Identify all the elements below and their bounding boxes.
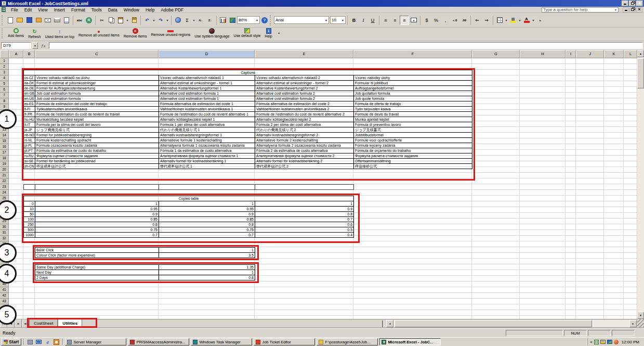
horizontal-scrollbar[interactable]: ◄ ► — [386, 320, 637, 327]
scroll-left-icon[interactable]: ◄ — [386, 320, 393, 327]
row-header-1[interactable]: 1 — [0, 58, 9, 64]
autosum-icon[interactable]: Σ — [182, 16, 192, 25]
percent-icon[interactable]: % — [431, 16, 441, 25]
row-header-19[interactable]: 19 — [0, 161, 9, 167]
row-header-22[interactable]: 22 — [0, 178, 9, 184]
menu-item[interactable]: Insert — [51, 7, 68, 13]
name-box[interactable]: D79 — [1, 42, 31, 49]
decrease-decimal-icon[interactable]: .00 — [459, 16, 469, 25]
row-header-4[interactable]: 4 — [0, 75, 9, 81]
formula-input[interactable] — [49, 42, 643, 49]
column-header-J[interactable]: J — [576, 50, 604, 58]
sheet-minimize-icon[interactable] — [623, 7, 629, 12]
menu-item[interactable]: Format — [68, 7, 88, 13]
row-header-30[interactable]: 30 — [0, 224, 9, 230]
toolbar-grip[interactable] — [2, 28, 4, 39]
remove-unused-regions-button[interactable]: Remove unused regions — [149, 28, 192, 39]
column-header-A[interactable]: A — [9, 50, 23, 58]
column-header-B[interactable]: B — [23, 50, 35, 58]
fill-color-icon[interactable]: ▨ — [508, 16, 518, 25]
sort-ascending-icon[interactable]: A↓ — [196, 16, 205, 25]
bold-button[interactable]: B — [349, 16, 359, 25]
cut-icon[interactable]: ✂ — [97, 16, 107, 25]
menu-item[interactable]: Help — [142, 7, 157, 13]
start-button[interactable]: Start — [1, 338, 21, 345]
tray-display-icon[interactable] — [600, 340, 606, 344]
row-header-5[interactable]: 5 — [0, 81, 9, 87]
row-header-24[interactable]: 24 — [0, 190, 9, 196]
hyperlink-icon[interactable] — [173, 16, 182, 25]
quicklaunch-server-icon[interactable] — [26, 339, 34, 345]
use-default-style-button[interactable]: Use default style — [232, 28, 263, 39]
internet-explorer-icon[interactable]: e — [44, 339, 51, 345]
collapse-tray-icon[interactable]: « — [590, 340, 592, 344]
taskbar-button[interactable]: Windows Task Manager — [191, 338, 252, 345]
sheet-close-icon[interactable]: × — [636, 7, 642, 12]
toolbar-options-icon[interactable]: » — [274, 28, 284, 37]
align-left-icon[interactable]: ≡ — [381, 16, 390, 25]
row-header-7[interactable]: 7 — [0, 93, 9, 98]
menu-item[interactable]: Window — [121, 7, 142, 13]
name-box-dropdown-icon[interactable]: ▼ — [32, 42, 38, 49]
print-icon[interactable] — [52, 16, 62, 25]
borders-icon[interactable] — [495, 16, 504, 25]
new-document-icon[interactable] — [6, 16, 15, 25]
help-icon[interactable]: ? — [260, 16, 269, 25]
taskbar-button[interactable]: X Microsoft Excel - JobC... — [379, 338, 441, 345]
column-header-K[interactable]: K — [604, 50, 624, 58]
row-header-8[interactable]: 8 — [0, 98, 9, 104]
insert-function-icon[interactable]: ƒx — [39, 43, 48, 48]
taskbar-button[interactable]: PRISMAaccessAdministra... — [128, 338, 189, 345]
increase-decimal-icon[interactable]: +.0 — [450, 16, 459, 25]
menu-item[interactable]: File — [8, 7, 21, 13]
decrease-indent-icon[interactable]: ⇐ — [472, 16, 482, 25]
align-right-icon[interactable]: ≡ — [400, 16, 409, 25]
underline-button[interactable]: U — [368, 16, 377, 25]
row-header-3[interactable]: 3 — [0, 70, 9, 75]
use-system-language-button[interactable]: Use system language — [192, 28, 231, 39]
row-header-18[interactable]: 18 — [0, 156, 9, 161]
currency-icon[interactable]: $ — [422, 16, 431, 25]
remove-all-unused-items-button[interactable]: Remove all unused items — [76, 28, 122, 39]
used-items-on-top-button[interactable]: ↕ Used items on top — [43, 28, 76, 39]
restore-icon[interactable] — [629, 1, 636, 6]
row-header-2[interactable]: 2 — [0, 64, 9, 70]
column-header-I[interactable]: I — [566, 50, 576, 58]
add-items-button[interactable]: Add items — [6, 28, 26, 39]
tab-split-handle[interactable] — [382, 321, 384, 327]
menu-item[interactable]: Data — [105, 7, 121, 13]
borders-dropdown-icon[interactable]: ▼ — [504, 16, 508, 25]
zoom-select[interactable]: 80%▼ — [237, 16, 260, 24]
resize-grip[interactable] — [637, 319, 644, 328]
row-header-20[interactable]: 20 — [0, 167, 9, 173]
font-color-dropdown-icon[interactable]: ▼ — [531, 16, 535, 25]
copy-icon[interactable] — [107, 16, 116, 25]
taskbar-button[interactable]: F:\pcestorage\Asset\Job... — [317, 338, 378, 345]
fill-color-dropdown-icon[interactable]: ▼ — [518, 16, 522, 25]
row-header-14[interactable]: 14 — [0, 133, 9, 138]
question-help-input[interactable]: Type a question for help ▼ — [542, 7, 619, 12]
menu-item[interactable]: Adobe PDF — [157, 7, 187, 13]
email-icon[interactable] — [43, 16, 52, 25]
tab-scroll-icon[interactable]: ► — [15, 319, 22, 328]
italic-button[interactable]: I — [359, 16, 368, 25]
paste-icon[interactable] — [116, 16, 125, 25]
autosum-dropdown-icon[interactable]: ▼ — [192, 16, 196, 25]
show-desktop-icon[interactable] — [35, 339, 43, 345]
increase-indent-icon[interactable]: ⇒ — [482, 16, 491, 25]
print-preview-icon[interactable] — [62, 16, 71, 25]
font-size-select[interactable]: 10▼ — [330, 16, 346, 24]
row-header-21[interactable]: 21 — [0, 173, 9, 178]
quicklaunch-app-icon[interactable] — [52, 339, 60, 345]
chevron-down-icon[interactable]: ▼ — [614, 8, 617, 11]
column-header-L[interactable]: L — [624, 50, 637, 58]
column-header-H[interactable]: H — [520, 50, 566, 58]
horizontal-scroll-thumb[interactable] — [395, 320, 592, 327]
spelling-icon[interactable]: abc — [75, 16, 84, 25]
undo-icon[interactable]: ↶ — [142, 16, 152, 25]
remove-items-button[interactable]: × Remove items — [122, 28, 149, 39]
redo-icon[interactable]: ↷ — [156, 16, 165, 25]
menu-item[interactable]: Tools — [88, 7, 105, 13]
sort-descending-icon[interactable]: Z↓ — [205, 16, 215, 25]
align-center-icon[interactable]: ≡ — [390, 16, 400, 25]
